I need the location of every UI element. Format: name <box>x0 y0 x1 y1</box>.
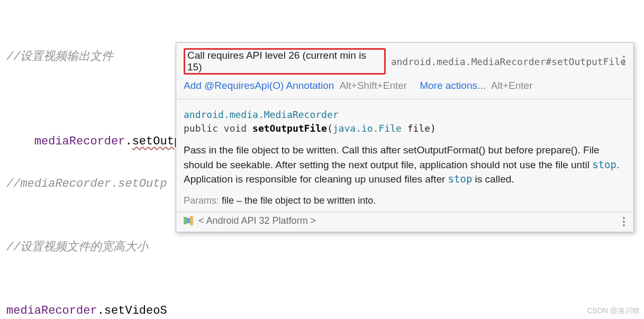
lint-warning-text: Call requires API level 26 (current min … <box>184 48 386 75</box>
identifier: mediaRecorder <box>34 135 125 148</box>
shortcut-hint: Alt+Shift+Enter <box>339 80 407 92</box>
comment: //mediaRecorder.setOutp <box>6 177 167 190</box>
watermark: CSDN @洛川晴 <box>587 306 640 316</box>
intention-popup: Call requires API level 26 (current min … <box>176 42 634 232</box>
shortcut-hint: Alt+Enter <box>491 80 533 92</box>
javadoc-body: android.media.MediaRecorder public void … <box>176 99 633 192</box>
more-menu-icon[interactable] <box>620 56 628 65</box>
doc-params: Params: file – the file object to be wri… <box>176 192 633 212</box>
identifier: mediaRecorder <box>6 304 97 317</box>
more-actions-link[interactable]: More actions... <box>420 80 486 92</box>
signature-reference: android.media.MediaRecorder#setOutputFil… <box>391 56 626 67</box>
doc-signature: public void setOutputFile(java.io.File f… <box>184 122 626 135</box>
doc-description: Pass in the file object to be written. C… <box>184 143 626 187</box>
comment: //设置视频文件的宽高大小 <box>6 241 148 254</box>
comment: //设置视频输出文件 <box>6 50 113 63</box>
doc-more-menu-icon[interactable] <box>620 217 628 226</box>
doc-package: android.media.MediaRecorder <box>184 108 626 122</box>
module-icon <box>184 216 193 225</box>
module-label: < Android API 32 Platform > <box>198 215 316 226</box>
quickfix-add-annotation[interactable]: Add @RequiresApi(O) Annotation <box>184 80 334 92</box>
